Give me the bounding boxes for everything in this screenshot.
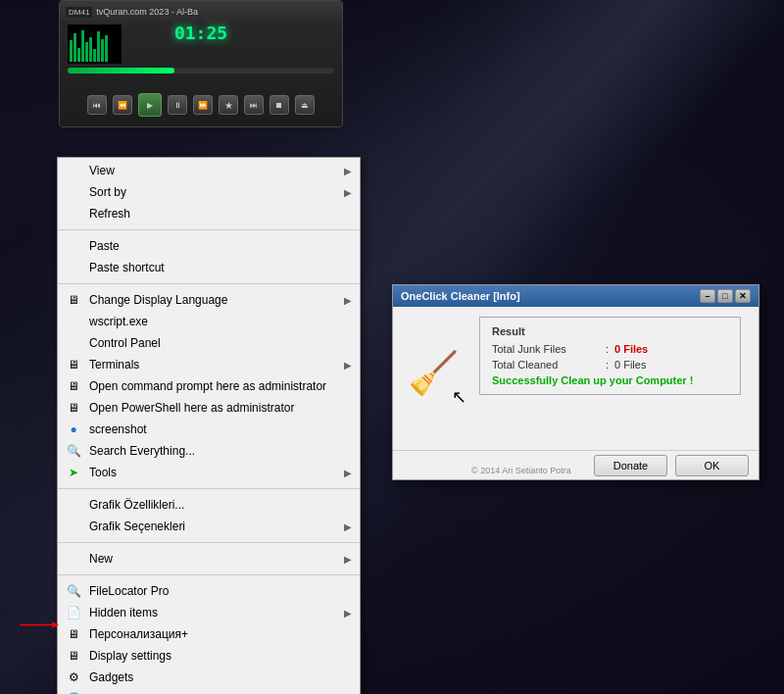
red-arrow-indicator — [20, 618, 59, 632]
media-controls: ⏮ ⏪ ▶ ⏸ ⏩ ★ ⏭ ⏹ ⏏ — [68, 93, 334, 117]
total-cleaned-row: Total Cleaned : 0 Files — [492, 359, 728, 371]
menu-item-search-everything[interactable]: 🔍 Search Everything... — [58, 440, 360, 462]
menu-item-search-everything-label: Search Everything... — [89, 444, 195, 458]
menu-sep-5 — [58, 574, 360, 575]
media-progress-fill — [68, 68, 174, 74]
result-group: Result Total Junk Files : 0 Files Total … — [479, 317, 741, 395]
terminals-icon: 🖥 — [64, 355, 83, 374]
display-lang-icon: 🖥 — [64, 290, 83, 310]
menu-item-open-cmd[interactable]: 🖥 Open command prompt here as administra… — [58, 375, 360, 397]
menu-item-wscript[interactable]: wscript.exe — [58, 311, 360, 332]
menu-item-open-cmd-label: Open command prompt here as administrato… — [89, 379, 326, 393]
menu-item-change-display-lang-label: Change Display Language — [89, 293, 227, 307]
menu-item-filelocator-pro-label: FileLocator Pro — [89, 584, 169, 598]
total-cleaned-label: Total Cleaned — [492, 359, 600, 371]
menu-item-control-panel[interactable]: Control Panel — [58, 332, 360, 354]
dialog-close-btn[interactable]: ✕ — [735, 289, 751, 303]
filelocator-icon: 🔍 — [64, 581, 83, 601]
cursor-icon: ↖ — [452, 386, 466, 408]
total-junk-row: Total Junk Files : 0 Files — [492, 343, 728, 355]
menu-item-sort-by-label: Sort by — [89, 185, 126, 199]
dialog-body: 🧹 ↖ Result Total Junk Files : 0 Files To… — [393, 307, 759, 450]
gadgets-icon: ⚙ — [64, 668, 83, 687]
menu-arrow-tools: ▶ — [344, 468, 352, 478]
menu-item-paste[interactable]: Paste — [58, 235, 360, 257]
powershell-icon: 🖥 — [64, 398, 83, 418]
menu-item-location-services[interactable]: 🌐 Location Services ▶ — [58, 688, 360, 694]
menu-sep-3 — [58, 488, 360, 489]
menu-item-filelocator-pro[interactable]: 🔍 FileLocator Pro — [58, 580, 360, 602]
menu-item-view-label: View — [89, 164, 115, 177]
total-junk-label: Total Junk Files — [492, 343, 600, 355]
total-junk-colon: : — [600, 343, 614, 355]
menu-arrow-hidden: ▶ — [344, 608, 352, 619]
media-star-btn[interactable]: ★ — [219, 95, 238, 115]
menu-item-personalizacia-label: Персонализация+ — [89, 627, 188, 641]
media-eject-btn[interactable]: ⏏ — [295, 95, 315, 115]
dialog-minimize-btn[interactable]: – — [700, 289, 715, 303]
menu-item-tools[interactable]: ➤ Tools ▶ — [58, 462, 360, 483]
menu-arrow-view: ▶ — [344, 166, 352, 176]
donate-button[interactable]: Donate — [594, 455, 667, 476]
total-cleaned-colon: : — [600, 359, 614, 371]
menu-item-paste-shortcut-label: Paste shortcut — [89, 261, 165, 274]
menu-item-open-powershell[interactable]: 🖥 Open PowerShell here as administrator — [58, 397, 360, 419]
menu-item-sort-by[interactable]: Sort by ▶ — [58, 181, 360, 203]
menu-arrow-new: ▶ — [344, 554, 352, 565]
menu-item-open-powershell-label: Open PowerShell here as administrator — [89, 401, 294, 415]
menu-item-grafik-oz-label: Grafik Özellikleri... — [89, 498, 184, 512]
menu-sep-1 — [58, 229, 360, 230]
menu-item-terminals-label: Terminals — [89, 358, 139, 372]
media-player-header: DM41 tvQuran.com 2023 - Al-Ba — [60, 1, 342, 23]
media-play-btn[interactable]: ▶ — [138, 93, 162, 117]
dialog-icon-area: 🧹 ↖ — [403, 317, 471, 440]
tools-icon: ➤ — [64, 463, 83, 482]
menu-item-refresh-label: Refresh — [89, 207, 130, 221]
menu-item-display-settings[interactable]: 🖥 Display settings — [58, 645, 360, 667]
menu-item-hidden-items[interactable]: 📄 Hidden items ▶ — [58, 602, 360, 623]
menu-item-paste-label: Paste — [89, 239, 120, 253]
menu-item-control-panel-label: Control Panel — [89, 336, 161, 350]
menu-item-grafik-oz[interactable]: Grafik Özellikleri... — [58, 494, 360, 516]
personalizacia-icon: 🖥 — [64, 624, 83, 644]
menu-item-new[interactable]: New ▶ — [58, 548, 360, 570]
menu-item-gadgets[interactable]: ⚙ Gadgets — [58, 667, 360, 688]
dialog-maximize-btn[interactable]: □ — [717, 289, 733, 303]
ok-button[interactable]: OK — [675, 455, 749, 476]
media-visualizer — [68, 25, 122, 64]
menu-item-tools-label: Tools — [89, 466, 117, 479]
media-prev-btn[interactable]: ⏮ — [87, 95, 107, 115]
menu-arrow-display-lang: ▶ — [344, 295, 352, 306]
svg-marker-1 — [52, 621, 59, 628]
dialog-copyright: © 2014 Ari Setianto Potra — [471, 466, 571, 475]
menu-item-paste-shortcut[interactable]: Paste shortcut — [58, 257, 360, 278]
total-junk-value: 0 Files — [614, 343, 648, 355]
hidden-items-icon: 📄 — [64, 603, 83, 622]
menu-item-grafik-sec[interactable]: Grafik Seçenekleri ▶ — [58, 516, 360, 537]
media-pause-btn[interactable]: ⏸ — [168, 95, 187, 115]
menu-item-refresh[interactable]: Refresh — [58, 203, 360, 224]
menu-item-screenshot-label: screenshot — [89, 422, 147, 436]
dialog-title: OneClick Cleaner [Info] — [401, 290, 520, 302]
menu-item-screenshot[interactable]: ● screenshot — [58, 419, 360, 440]
media-next-btn[interactable]: ⏭ — [244, 95, 264, 115]
media-time: 01:25 — [174, 23, 227, 43]
media-progress-bar[interactable] — [68, 68, 334, 74]
menu-item-new-label: New — [89, 552, 113, 566]
menu-item-change-display-lang[interactable]: 🖥 Change Display Language ▶ — [58, 289, 360, 311]
menu-sep-2 — [58, 283, 360, 284]
media-ff-btn[interactable]: ⏩ — [193, 95, 213, 115]
screenshot-icon: ● — [64, 420, 83, 439]
location-services-icon: 🌐 — [64, 689, 83, 694]
menu-arrow-grafik-sec: ▶ — [344, 521, 352, 532]
media-rew-btn[interactable]: ⏪ — [113, 95, 132, 115]
cmd-icon: 🖥 — [64, 376, 83, 396]
media-player: DM41 tvQuran.com 2023 - Al-Ba 01:25 ⏮ ⏪ … — [59, 0, 343, 127]
menu-item-personalizacia[interactable]: 🖥 Персонализация+ — [58, 623, 360, 645]
menu-item-view[interactable]: View ▶ — [58, 160, 360, 181]
success-message: Successfully Clean up your Computer ! — [492, 374, 728, 386]
menu-item-terminals[interactable]: 🖥 Terminals ▶ — [58, 354, 360, 375]
result-group-title: Result — [492, 325, 728, 337]
media-stop-btn[interactable]: ⏹ — [270, 95, 289, 115]
dialog-content: Result Total Junk Files : 0 Files Total … — [471, 317, 749, 440]
